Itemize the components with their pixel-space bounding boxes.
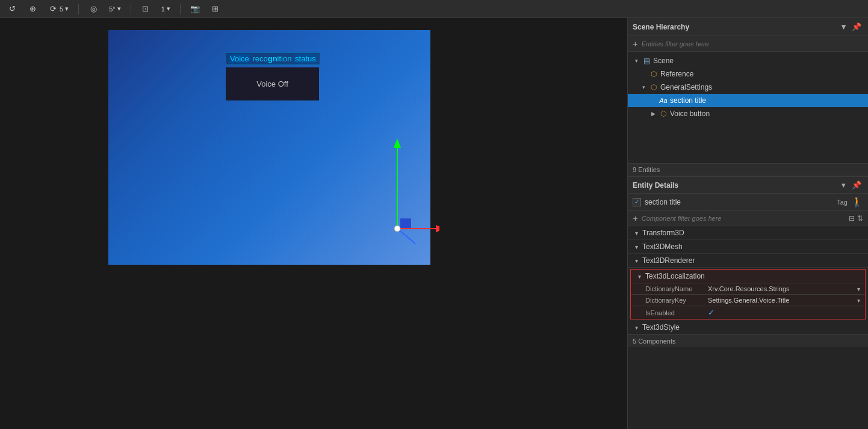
- tree-item-voice-button[interactable]: ▶ ⬡ Voice button: [628, 107, 868, 120]
- component-filter-row[interactable]: + Component filter goes here ⊟ ⇅: [628, 211, 868, 226]
- voice-label-highlight: Voice: [229, 54, 250, 63]
- snap-scale-value: 1: [161, 5, 165, 13]
- text3dstyle-arrow: ▾: [633, 324, 640, 331]
- transform3d-name: Transform3D: [642, 229, 684, 237]
- scene-hierarchy-header: Scene Hierarchy ▾ 📌: [628, 18, 868, 36]
- world-tool[interactable]: ◎: [86, 3, 101, 15]
- rotate-tool[interactable]: ↺: [5, 3, 19, 15]
- snap-angle-value: 5°: [109, 5, 116, 13]
- entities-filter-row[interactable]: + Entities filter goes here: [628, 36, 868, 52]
- localization-isenabled-row: IsEnabled ✓: [631, 306, 865, 319]
- chevron-down-icon: ▾: [65, 5, 69, 13]
- general-settings-expand-arrow: ▾: [640, 84, 647, 90]
- component-text3drenderer[interactable]: ▾ Text3DRenderer: [628, 254, 868, 268]
- entity-name-row: ✓ section title Tag 🚶: [628, 194, 868, 211]
- scene-label: Scene: [653, 57, 863, 65]
- general-settings-label: GeneralSettings: [660, 83, 863, 91]
- svg-marker-1: [394, 138, 401, 148]
- scale-tool[interactable]: ⊡: [138, 3, 153, 15]
- tree-item-scene[interactable]: ▾ ▤ Scene: [628, 54, 868, 67]
- filter-icon[interactable]: ⊟: [849, 214, 855, 223]
- entity-count: 9 Entities: [628, 163, 868, 176]
- text3dstyle-name: Text3dStyle: [642, 323, 680, 332]
- camera-icon: 📷: [190, 4, 200, 14]
- component-transform3d[interactable]: ▾ Transform3D: [628, 226, 868, 240]
- text3dlocalization-name: Text3dLocalization: [645, 272, 705, 280]
- snap-angle-item[interactable]: 5° ▾: [107, 4, 123, 14]
- voice-label-status-highlight: status: [294, 54, 317, 63]
- entity-count-text: 9 Entities: [633, 166, 660, 173]
- tree-item-section-title[interactable]: Aa section title: [628, 94, 868, 107]
- svg-line-4: [397, 229, 415, 244]
- entity-actions: 🚶: [851, 196, 863, 208]
- voice-button-label: Voice button: [670, 110, 863, 118]
- tree-item-general-settings[interactable]: ▾ ⬡ GeneralSettings: [628, 81, 868, 94]
- dictionaryname-dropdown-icon[interactable]: ▾: [857, 286, 860, 292]
- svg-point-5: [394, 226, 400, 232]
- isenabled-value: ✓: [708, 308, 715, 317]
- entity-name-text: section title: [645, 198, 833, 206]
- section-title-label: section title: [670, 96, 863, 105]
- text3drenderer-arrow: ▾: [633, 258, 640, 264]
- component-filter-icons: ⊟ ⇅: [849, 214, 863, 223]
- dictionaryname-value: Xrv.Core.Resources.Strings: [708, 285, 855, 292]
- text3dlocalization-header[interactable]: ▾ Text3dLocalization: [631, 270, 865, 283]
- scene-canvas: Voice recognition status Voice Off: [108, 30, 430, 265]
- voice-off-text: Voice Off: [256, 79, 288, 88]
- voice-button-expand-arrow: ▶: [649, 111, 657, 117]
- toolbar: ↺ ⊕ ⟳ 5 ▾ ◎ 5° ▾ ⊡ 1 ▾ 📷 ⊞: [0, 0, 868, 18]
- localization-dictionarykey-row: DictionaryKey Settings.General.Voice.Tit…: [631, 294, 865, 306]
- add-entity-icon[interactable]: +: [633, 39, 638, 49]
- sort-icon[interactable]: ⇅: [857, 214, 863, 223]
- entity-details-pin-icon[interactable]: 📌: [850, 180, 863, 190]
- rotate-icon: ↺: [7, 4, 17, 14]
- grid-tool[interactable]: ⊞: [208, 3, 223, 15]
- main-layout: Voice recognition status Voice Off: [0, 18, 868, 429]
- voice-button-icon: ⬡: [659, 109, 668, 119]
- pin-icon[interactable]: 📌: [850, 22, 863, 32]
- chevron-down-icon-2: ▾: [117, 5, 121, 13]
- component-text3dstyle[interactable]: ▾ Text3dStyle: [628, 321, 868, 335]
- chevron-down-icon-3: ▾: [167, 5, 170, 13]
- add-component-icon[interactable]: +: [633, 213, 638, 223]
- snap-rotate-value: 5: [60, 5, 63, 13]
- world-icon: ◎: [88, 4, 98, 14]
- entity-details-icons: ▾ 📌: [840, 180, 863, 190]
- reference-label: Reference: [660, 70, 863, 78]
- component-text3dmesh[interactable]: ▾ Text3DMesh: [628, 240, 868, 254]
- tree-item-reference[interactable]: ⬡ Reference: [628, 67, 868, 81]
- entities-filter-placeholder: Entities filter goes here: [642, 40, 709, 48]
- scene-icon: ▤: [642, 56, 651, 66]
- voice-status-panel: Voice recognition status Voice Off: [226, 52, 361, 100]
- right-panel: Scene Hierarchy ▾ 📌 + Entities filter go…: [627, 18, 868, 429]
- scene-tree: ▾ ▤ Scene ⬡ Reference ▾ ⬡ GeneralSetting…: [628, 52, 868, 163]
- reference-icon: ⬡: [649, 69, 659, 79]
- viewport[interactable]: Voice recognition status Voice Off: [0, 18, 627, 429]
- transform-tool[interactable]: ⊕: [25, 3, 40, 15]
- collapse-icon[interactable]: ▾: [840, 22, 848, 32]
- checkbox-check-icon: ✓: [634, 199, 639, 205]
- scale-icon: ⊡: [141, 4, 150, 14]
- dictionarykey-dropdown-icon[interactable]: ▾: [857, 297, 860, 304]
- dictionarykey-value: Settings.General.Voice.Title: [708, 297, 855, 304]
- scene-hierarchy-title: Scene Hierarchy: [633, 23, 689, 31]
- entity-details-collapse-icon[interactable]: ▾: [840, 180, 848, 190]
- localization-dictionaryname-row: DictionaryName Xrv.Core.Resources.String…: [631, 283, 865, 294]
- svg-marker-3: [436, 225, 439, 232]
- general-settings-icon: ⬡: [649, 82, 659, 92]
- snap-scale-item[interactable]: 1 ▾: [159, 4, 173, 14]
- transform3d-arrow: ▾: [633, 230, 640, 236]
- entity-enabled-checkbox[interactable]: ✓: [633, 198, 641, 206]
- scene-hierarchy-header-icons: ▾ 📌: [840, 22, 863, 32]
- snap-rotate-item[interactable]: ⟳ 5 ▾: [46, 3, 71, 15]
- entity-action-person-icon[interactable]: 🚶: [851, 196, 863, 208]
- text3dmesh-arrow: ▾: [633, 244, 640, 250]
- camera-tool[interactable]: 📷: [188, 3, 202, 15]
- text3drenderer-name: Text3DRenderer: [642, 256, 695, 265]
- entity-tag-label: Tag: [837, 199, 848, 206]
- section-title-icon: Aa: [659, 96, 668, 105]
- voice-status-label: Voice recognition status: [226, 52, 320, 65]
- grid-icon: ⊞: [211, 4, 220, 14]
- svg-rect-6: [400, 218, 411, 228]
- voice-off-box: Voice Off: [226, 67, 319, 100]
